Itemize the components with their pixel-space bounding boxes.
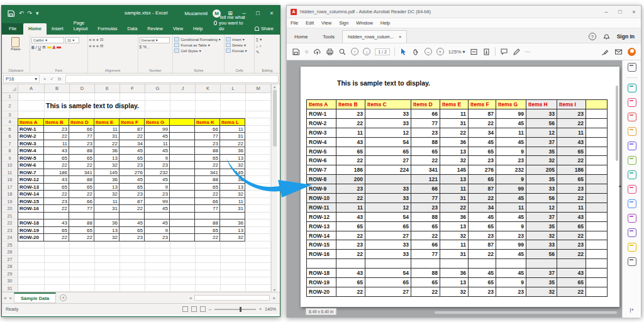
cell[interactable] <box>246 101 271 111</box>
cell[interactable] <box>69 213 94 220</box>
maximize-button[interactable]: □ <box>253 10 262 16</box>
cell[interactable]: 23 <box>119 162 145 169</box>
page-layout-view-icon[interactable] <box>191 306 197 312</box>
row-number[interactable]: 31 <box>2 285 18 292</box>
cell[interactable]: 13 <box>94 184 119 191</box>
cell[interactable] <box>246 285 271 292</box>
scrolling-mode-icon[interactable] <box>482 48 491 56</box>
cell[interactable] <box>70 277 95 285</box>
print-icon[interactable] <box>326 48 334 56</box>
column-header-L[interactable]: L <box>221 84 246 92</box>
row-number[interactable]: 9 <box>2 155 18 162</box>
cell[interactable] <box>170 205 195 213</box>
send-email-icon[interactable] <box>614 48 623 56</box>
sheet-prev-icon[interactable]: ◂ <box>2 296 8 301</box>
cell[interactable] <box>45 248 70 256</box>
column-header-E[interactable]: E <box>95 84 120 92</box>
borders-button[interactable]: ⊞ <box>42 45 45 50</box>
cell[interactable] <box>170 219 195 227</box>
cell[interactable]: 23 <box>145 191 170 198</box>
cell[interactable] <box>18 270 45 278</box>
cell[interactable] <box>221 285 246 292</box>
row-label-cell[interactable]: ROW-19 <box>18 227 44 235</box>
cell[interactable]: 66 <box>69 198 94 206</box>
cell[interactable]: 77 <box>69 133 94 140</box>
cell[interactable]: 43 <box>44 147 69 155</box>
row-number[interactable]: 30 <box>2 277 18 285</box>
row-number[interactable]: 8 <box>2 147 18 155</box>
cell[interactable] <box>170 234 195 242</box>
row-label-cell[interactable]: ROW-7 <box>18 169 44 177</box>
ribbon-tab-review[interactable]: Review <box>142 23 168 35</box>
cell[interactable] <box>18 101 45 111</box>
cell[interactable] <box>221 248 246 256</box>
row-label-cell[interactable]: ROW-12 <box>18 176 44 184</box>
tab-close-icon[interactable]: × <box>399 34 401 40</box>
cell[interactable]: 88 <box>69 219 94 227</box>
cell[interactable]: 65 <box>44 155 69 162</box>
cell[interactable]: 32 <box>220 234 245 242</box>
cell[interactable]: 45 <box>145 219 170 227</box>
fill-sign-pen-icon[interactable] <box>601 48 609 56</box>
save-icon[interactable] <box>7 9 15 18</box>
cell[interactable] <box>95 111 120 119</box>
row-number[interactable]: 21 <box>2 213 18 220</box>
cell[interactable] <box>95 263 120 270</box>
tool-export-pdf[interactable] <box>628 84 636 92</box>
sign-in-button[interactable]: Sign In <box>617 33 635 40</box>
cell[interactable]: 65 <box>195 184 220 191</box>
column-header-K[interactable]: K <box>196 84 221 92</box>
cell[interactable]: 87 <box>119 198 145 206</box>
cell[interactable] <box>196 270 221 278</box>
cell[interactable] <box>170 133 195 140</box>
cell[interactable]: 22 <box>195 191 220 198</box>
page-break-view-icon[interactable] <box>200 306 206 312</box>
cell[interactable]: 23 <box>44 198 69 206</box>
cell[interactable] <box>70 111 95 119</box>
cell[interactable] <box>245 118 270 126</box>
header-cell[interactable]: Items A <box>18 118 44 126</box>
page-fit-icon[interactable] <box>470 48 478 56</box>
row-number[interactable]: 18 <box>2 191 18 198</box>
cell[interactable]: 45 <box>145 133 170 140</box>
column-header-D[interactable]: D <box>70 84 95 92</box>
cell[interactable]: 9 <box>145 184 170 191</box>
new-sheet-button[interactable]: + <box>60 294 67 301</box>
column-header-B[interactable]: B <box>45 84 70 92</box>
cell[interactable]: 13 <box>220 227 245 235</box>
cell[interactable] <box>246 256 271 264</box>
share-cloud-icon[interactable] <box>313 48 321 56</box>
cell[interactable] <box>196 101 221 111</box>
cells-item-delete[interactable]: Delete▾ <box>226 43 253 47</box>
cell[interactable]: 23 <box>145 162 170 169</box>
cell[interactable] <box>70 256 95 264</box>
align-middle-icon[interactable]: ≡ <box>92 38 95 42</box>
cell[interactable]: 9 <box>145 155 170 162</box>
cell[interactable] <box>170 176 195 184</box>
cell[interactable] <box>245 126 270 133</box>
tool-organize-pages[interactable] <box>628 156 636 165</box>
cell[interactable]: 22 <box>94 140 119 148</box>
zoom-slider[interactable] <box>214 309 256 310</box>
cell[interactable]: 65 <box>195 155 220 162</box>
cell[interactable]: 11 <box>220 126 245 133</box>
cell[interactable]: 22 <box>44 191 69 198</box>
header-cell[interactable] <box>170 118 195 126</box>
cell[interactable]: 45 <box>119 147 145 155</box>
cell[interactable] <box>170 242 196 249</box>
row-number[interactable]: 19 <box>2 198 18 206</box>
cell[interactable]: 65 <box>44 227 69 235</box>
cell[interactable]: 276 <box>119 169 145 177</box>
row-number[interactable]: 29 <box>2 270 18 278</box>
row-label-cell[interactable]: ROW-5 <box>18 155 44 162</box>
cell[interactable]: 11 <box>44 140 69 148</box>
cell[interactable]: 186 <box>44 169 69 177</box>
menu-view[interactable]: View <box>318 20 335 26</box>
cell[interactable] <box>145 101 170 111</box>
tool-edit-pdf[interactable] <box>628 113 636 121</box>
cell[interactable]: 22 <box>44 205 69 213</box>
cell[interactable] <box>95 270 120 278</box>
cell[interactable] <box>18 242 45 249</box>
cell[interactable]: 36 <box>94 147 119 155</box>
cell[interactable] <box>70 93 95 101</box>
